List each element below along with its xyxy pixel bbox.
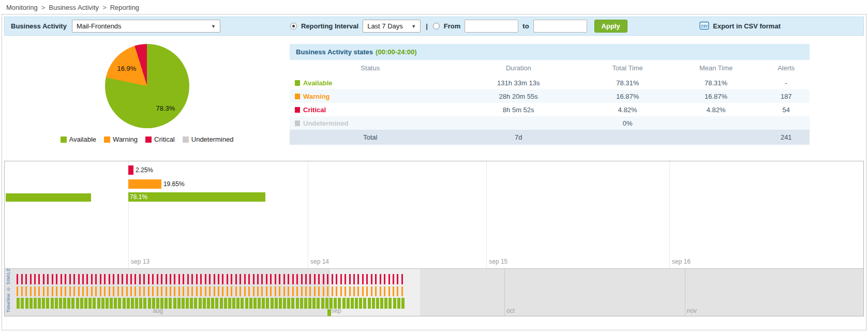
timeline-tick	[261, 274, 263, 284]
timeline-tick	[384, 286, 385, 296]
timeline-tick	[139, 298, 142, 309]
timeline-tick	[292, 286, 294, 296]
timeline-tick	[122, 286, 123, 296]
breadcrumb-business-activity[interactable]: Business Activity	[49, 4, 99, 11]
timeline-tick	[177, 298, 181, 309]
timeline-tick	[296, 298, 299, 309]
separator-pipe: |	[426, 22, 428, 30]
status-label: Critical	[303, 106, 326, 114]
legend-label: Available	[69, 135, 97, 143]
timeline-tick	[388, 286, 390, 296]
timeline-tick	[279, 298, 282, 309]
timeline-tick	[110, 298, 113, 309]
timeline-tick	[214, 286, 215, 296]
legend-item: Undetermined	[183, 135, 234, 143]
timeline-tick	[401, 286, 403, 296]
timeline-bar	[128, 165, 133, 175]
timeline-tick	[240, 286, 241, 296]
timeline-tick	[161, 274, 162, 284]
timeline-tick	[118, 298, 121, 309]
states-table: Status Duration Total Time Mean Time Ale…	[290, 60, 810, 145]
timeline-tick	[25, 286, 27, 296]
timeline-tick	[203, 298, 206, 309]
timeline-tick	[17, 298, 20, 309]
timeline-tick	[288, 286, 289, 296]
timeline-tick	[113, 286, 114, 296]
timeline-tick	[301, 274, 303, 284]
table-row-warning: Warning 28h 20m 55s 16.87% 16.87% 187	[290, 89, 810, 103]
timeline-tick	[55, 298, 58, 309]
status-swatch	[295, 107, 300, 113]
timeline-tick	[321, 298, 324, 309]
timeline-date-label: sep 13	[131, 258, 149, 265]
timeline-lower-band[interactable]: augsepoctnov	[5, 268, 863, 316]
status-label: Warning	[303, 93, 330, 100]
timeline-tick	[249, 298, 252, 309]
timeline-tick	[152, 298, 155, 309]
duration-value: 8h 5m 52s	[451, 103, 586, 116]
from-date-input[interactable]	[465, 20, 518, 33]
timeline-tick	[380, 286, 381, 296]
total-time-value: 4.82%	[586, 103, 669, 116]
timeline-tick	[106, 298, 109, 309]
timeline-tick	[69, 286, 71, 296]
breadcrumb-separator: >	[41, 4, 46, 11]
business-activity-select[interactable]: Mail-Frontends ▼	[72, 20, 220, 33]
total-alerts: 241	[763, 130, 810, 145]
states-panel-time-range: (00:00-24:00)	[376, 48, 417, 56]
timeline-tick	[368, 298, 371, 309]
timeline-tick	[271, 298, 274, 309]
timeline-tick	[166, 286, 167, 296]
to-date-input[interactable]	[533, 20, 587, 33]
reporting-interval-radio[interactable]	[290, 23, 297, 29]
timeline-tick	[257, 274, 259, 284]
timeline-tick	[122, 274, 123, 284]
timeline-tick	[393, 286, 394, 296]
timeline-upper-band[interactable]: sep 13sep 14sep 15sep 162.25%19.65%78.1%	[5, 161, 863, 268]
timeline-tick	[183, 274, 184, 284]
apply-button[interactable]: Apply	[594, 20, 627, 33]
timeline-tick	[323, 286, 324, 296]
total-duration: 7d	[451, 130, 586, 145]
timeline-tick	[130, 286, 132, 296]
reporting-interval-select[interactable]: Last 7 Days ▼	[363, 20, 421, 33]
legend-swatch	[183, 136, 189, 143]
timeline-tick	[363, 298, 366, 309]
alerts-value: 54	[763, 103, 810, 116]
from-label: From	[444, 22, 461, 30]
timeline-tick	[218, 286, 219, 296]
total-total-time	[586, 130, 669, 145]
breadcrumb-reporting[interactable]: Reporting	[110, 4, 139, 11]
custom-range-radio[interactable]	[433, 23, 440, 29]
timeline-tick	[173, 298, 176, 309]
timeline-tick	[25, 274, 27, 284]
breadcrumb-monitoring[interactable]: Monitoring	[6, 4, 38, 11]
timeline-tick	[393, 298, 396, 309]
report-container: Business Activity Mail-Frontends ▼ Repor…	[2, 14, 866, 330]
timeline-tick	[42, 298, 45, 309]
timeline-tick	[292, 274, 294, 284]
export-csv-label: Export in CSV format	[713, 22, 781, 30]
timeline-tick	[318, 286, 320, 296]
timeline-tick	[301, 286, 303, 296]
timeline-tick	[336, 274, 337, 284]
timeline-tick	[222, 286, 223, 296]
timeline-tick	[244, 286, 246, 296]
timeline-tick	[25, 298, 28, 309]
timeline-date-label: sep 15	[489, 258, 507, 265]
timeline-tick	[194, 298, 197, 309]
svg-text:CSV: CSV	[701, 24, 708, 27]
timeline-tick	[209, 274, 211, 284]
timeline-tick	[169, 298, 172, 309]
timeline-tick	[312, 298, 316, 309]
status-label: Available	[303, 79, 333, 87]
timeline-tick	[275, 274, 276, 284]
legend-label: Undetermined	[191, 135, 234, 143]
timeline-tick	[200, 286, 202, 296]
timeline-tick	[283, 274, 285, 284]
timeline-date-label: sep 16	[672, 258, 691, 265]
timeline-tick	[160, 298, 163, 309]
pie-slice-label: 78.3%	[156, 104, 175, 112]
export-csv-button[interactable]: CSV Export in CSV format	[699, 21, 781, 32]
timeline-tick	[73, 274, 75, 284]
